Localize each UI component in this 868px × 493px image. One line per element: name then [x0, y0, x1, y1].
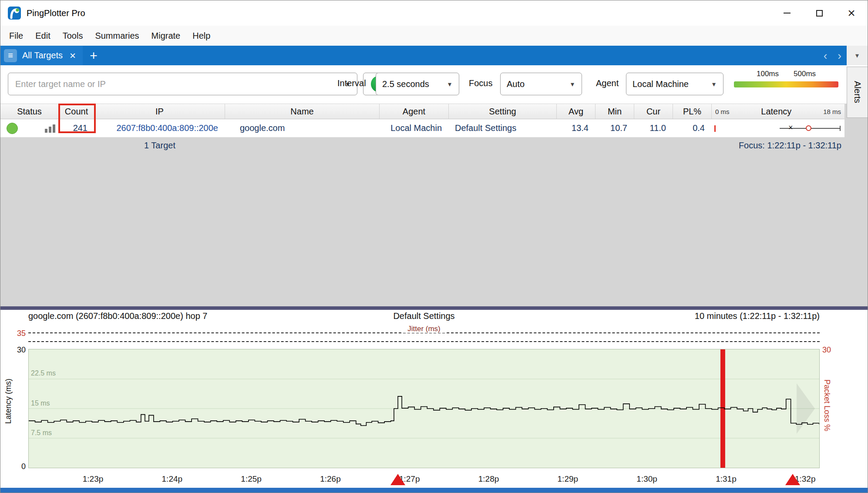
status-cell	[0, 119, 59, 137]
column-header-cur[interactable]: Cur	[634, 104, 673, 119]
minimize-icon	[784, 13, 791, 13]
cur-cell: 11.0	[634, 119, 673, 137]
interval-value: 2.5 seconds	[376, 79, 441, 89]
latency-gradient-bar	[734, 81, 838, 87]
menu-migrate[interactable]: Migrate	[145, 27, 187, 44]
new-tab-button[interactable]: +	[83, 46, 104, 65]
legend-low-label: 100ms	[757, 70, 779, 78]
focus-select[interactable]: Auto ▾	[500, 73, 582, 95]
legend-high-label: 500ms	[794, 70, 816, 78]
column-header-pl[interactable]: PL%	[673, 104, 712, 119]
column-header-latency[interactable]: 0 ms Latency 18 ms	[712, 104, 844, 119]
time-axis-tick: 1:29p	[558, 474, 579, 484]
count-cell: 241	[59, 119, 94, 137]
name-cell: google.com	[225, 119, 380, 137]
menu-summaries[interactable]: Summaries	[89, 27, 145, 44]
tab-bar: ≡ All Targets × + ‹ › ▾	[0, 46, 868, 65]
column-header-name[interactable]: Name	[225, 104, 380, 119]
graph-bars-icon[interactable]	[45, 124, 57, 133]
column-header-count[interactable]: Count	[59, 104, 94, 119]
time-axis-tick: 1:23p	[83, 474, 104, 484]
latency-axis-max-label: 30	[13, 345, 26, 355]
packet-loss-axis-max-label: 30	[822, 345, 831, 355]
chevron-down-icon: ▾	[705, 80, 723, 88]
time-axis-tick: 1:31p	[716, 474, 737, 484]
column-header-min[interactable]: Min	[595, 104, 634, 119]
tab-close-icon[interactable]: ×	[70, 50, 76, 61]
latency-header-label: Latency	[761, 107, 791, 117]
packet-loss-event-marker-icon	[390, 474, 405, 485]
focus-value: Auto	[501, 79, 563, 89]
close-icon: ×	[848, 7, 855, 20]
latency-axis-title: Latency (ms)	[4, 379, 13, 424]
latency-line-svg	[29, 349, 819, 468]
latency-avg-marker-icon: ×	[788, 123, 793, 132]
targets-table-header: Status Count IP Name Agent Setting Avg M…	[0, 104, 844, 119]
agent-cell: Local Machin	[380, 119, 449, 137]
menu-help[interactable]: Help	[186, 27, 216, 44]
agent-select[interactable]: Local Machine ▾	[626, 73, 723, 95]
chevron-down-icon: ▾	[441, 80, 459, 88]
time-axis-tick: 1:30p	[636, 474, 657, 484]
hamburger-icon[interactable]: ≡	[4, 49, 17, 62]
status-ok-icon	[7, 123, 18, 134]
maximize-icon	[816, 10, 823, 17]
jitter-label: Jitter (ms)	[28, 325, 820, 333]
target-row-google[interactable]: 241 2607:f8b0:400a:809::200e google.com …	[0, 119, 844, 138]
maximize-button[interactable]	[803, 0, 835, 26]
tab-label: All Targets	[22, 50, 63, 60]
pingplotter-window: PingPlotter Pro × File Edit Tools Summar…	[0, 0, 868, 493]
latency-max-tick	[840, 126, 841, 131]
menu-tools[interactable]: Tools	[57, 27, 89, 44]
minimize-button[interactable]	[771, 0, 803, 26]
tab-scroll-right-icon[interactable]: ›	[832, 50, 847, 61]
interval-select[interactable]: 2.5 seconds ▾	[376, 73, 459, 95]
alerts-side-tab[interactable]: Alerts	[847, 67, 868, 118]
tab-scroll-left-icon[interactable]: ‹	[818, 50, 833, 61]
graph-timespan-label: 10 minutes (1:22:11p - 1:32:11p)	[556, 311, 820, 321]
app-logo-icon	[7, 6, 21, 20]
column-header-status[interactable]: Status	[0, 104, 59, 119]
latency-indicator-cell: ×	[712, 119, 844, 137]
tab-all-targets[interactable]: ≡ All Targets ×	[0, 46, 83, 65]
graph-header: google.com (2607:f8b0:400a:809::200e) ho…	[28, 311, 820, 321]
alerts-tab-label: Alerts	[852, 81, 862, 103]
time-axis-tick: 1:28p	[478, 474, 499, 484]
gridline-label: 7.5 ms	[31, 429, 52, 437]
jitter-band	[28, 332, 820, 342]
time-axis: 1:23p1:24p1:25p1:26p1:27p1:28p1:29p1:30p…	[28, 474, 820, 487]
gridline-label: 22.5 ms	[31, 369, 56, 377]
splitter-handle[interactable]	[0, 306, 868, 310]
latency-timeline-plot[interactable]: 22.5 ms 15 ms 7.5 ms	[28, 349, 820, 468]
interval-label: Interval	[337, 78, 366, 88]
column-header-agent[interactable]: Agent	[380, 104, 449, 119]
column-header-ip[interactable]: IP	[94, 104, 225, 119]
setting-cell: Default Settings	[449, 119, 557, 137]
latency-color-legend: 100ms 500ms	[734, 70, 838, 87]
target-combo[interactable]: ▾	[8, 73, 357, 95]
time-axis-tick: 1:26p	[320, 474, 341, 484]
close-button[interactable]: ×	[835, 0, 868, 26]
agent-value: Local Machine	[626, 79, 705, 89]
focus-range-label: Focus: 1:22:11p - 1:32:11p	[739, 141, 841, 151]
column-header-setting[interactable]: Setting	[449, 104, 557, 119]
menu-edit[interactable]: Edit	[29, 27, 56, 44]
menu-bar: File Edit Tools Summaries Migrate Help	[0, 26, 868, 46]
latency-axis-max: 18 ms	[823, 108, 841, 115]
scroll-right-hint-icon	[797, 383, 815, 434]
bottom-accent-bar	[0, 488, 868, 493]
toolbar: ▾ ▾ Interval 2.5 seconds ▾ Focus Auto ▾ …	[0, 65, 868, 104]
focus-label: Focus	[469, 78, 492, 88]
pl-cell: 0.4	[673, 119, 712, 137]
packet-loss-axis-title: Packet Loss %	[822, 379, 831, 431]
graph-target-label: google.com (2607:f8b0:400a:809::200e) ho…	[28, 311, 292, 321]
target-input[interactable]	[8, 79, 339, 89]
latency-axis-min: 0 ms	[715, 108, 730, 115]
menu-file[interactable]: File	[3, 27, 29, 44]
latency-current-marker-icon	[806, 125, 811, 131]
column-header-avg[interactable]: Avg	[557, 104, 595, 119]
time-axis-tick: 1:25p	[241, 474, 262, 484]
chevron-down-icon: ▾	[563, 80, 582, 88]
tab-list-dropdown-icon[interactable]: ▾	[847, 46, 868, 65]
avg-cell: 13.4	[557, 119, 595, 137]
